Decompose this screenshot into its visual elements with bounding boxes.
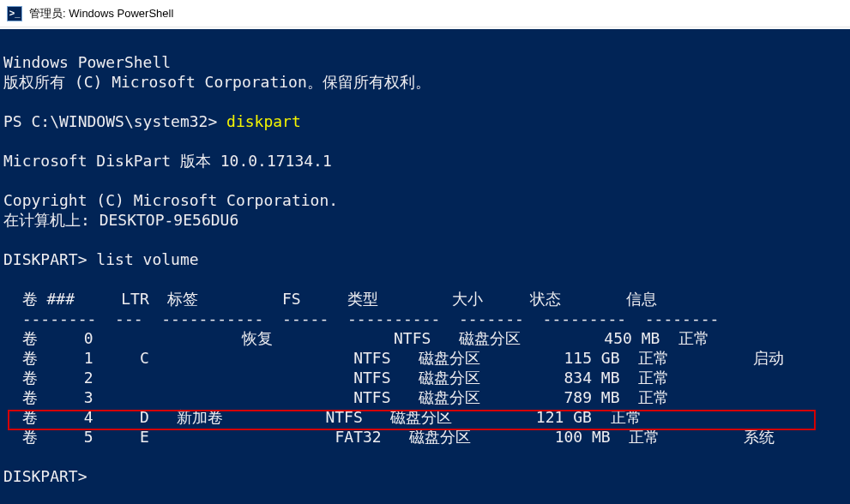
ps-header-line: Windows PowerShell	[3, 53, 171, 71]
powershell-icon-glyph: >_	[9, 9, 21, 18]
prompt-line-3: DISKPART>	[3, 467, 87, 485]
diskpart-command: diskpart	[226, 112, 301, 130]
prompt-prefix: PS C:\WINDOWS\system32>	[3, 112, 226, 130]
computer-name-line: 在计算机上: DESKTOP-9E56DU6	[3, 211, 238, 229]
volume-row: 卷 1 C NTFS 磁盘分区 115 GB 正常 启动	[3, 349, 784, 367]
diskpart-copyright-line: Copyright (C) Microsoft Corporation.	[3, 191, 338, 209]
window-title: 管理员: Windows PowerShell	[29, 6, 173, 21]
volume-row: 卷 2 NTFS 磁盘分区 834 MB 正常	[3, 369, 669, 387]
volume-row: 卷 3 NTFS 磁盘分区 789 MB 正常	[3, 388, 669, 406]
volume-row: 卷 0 恢复 NTFS 磁盘分区 450 MB 正常	[3, 329, 709, 347]
diskpart-version-line: Microsoft DiskPart 版本 10.0.17134.1	[3, 152, 332, 170]
volume-table-header: 卷 ### LTR 标签 FS 类型 大小 状态 信息	[3, 290, 657, 308]
volume-row: 卷 5 E FAT32 磁盘分区 100 MB 正常 系统	[3, 428, 775, 446]
volume-row: 卷 4 D 新加卷 NTFS 磁盘分区 121 GB 正常	[3, 408, 642, 426]
powershell-icon: >_	[7, 6, 22, 21]
ps-copyright-line: 版权所有 (C) Microsoft Corporation。保留所有权利。	[3, 73, 431, 91]
prompt-line-1: PS C:\WINDOWS\system32> diskpart	[3, 112, 301, 130]
prompt-line-2: DISKPART> list volume	[3, 250, 199, 268]
titlebar[interactable]: >_ 管理员: Windows PowerShell	[0, 0, 850, 27]
powershell-window: >_ 管理员: Windows PowerShell Windows Power…	[0, 0, 850, 504]
volume-table-divider: -------- --- ----------- ----- ---------…	[3, 309, 719, 327]
terminal-content[interactable]: Windows PowerShell 版权所有 (C) Microsoft Co…	[0, 27, 850, 504]
